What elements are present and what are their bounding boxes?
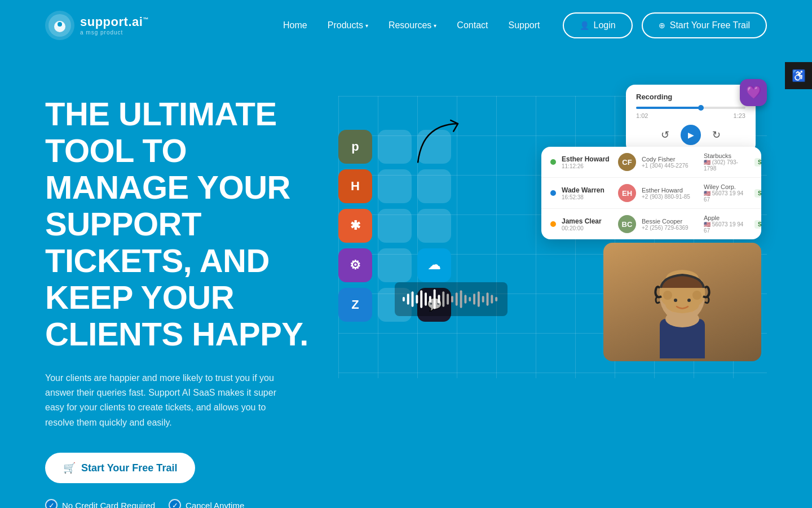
crm-tags-3: Sale Marketing +2 (754, 220, 761, 229)
check-icon-2: ✓ (169, 499, 181, 508)
crm-row-1: Esther Howard 11:12:26 CF Cody Fisher +1… (541, 147, 761, 178)
crm-company-phone-3: 🇺🇸 56073 19 94 67 (704, 221, 749, 234)
crm-row-3: James Clear 00:20:00 BC Bessie Cooper +2… (541, 209, 761, 239)
svg-rect-31 (487, 292, 489, 305)
crm-avatar-2: EH (618, 184, 636, 202)
svg-rect-32 (491, 295, 493, 304)
crm-avatar-3: BC (618, 215, 636, 233)
app-icon-star: ✱ (338, 209, 372, 243)
nav-actions: 👤 Login ⊕ Start Your Free Trail (563, 12, 767, 38)
indicator-orange (550, 221, 556, 227)
hero-cta-button[interactable]: 🛒 Start Your Free Trail (45, 453, 195, 483)
app-icon-empty-6 (417, 209, 451, 243)
navbar: support.ai™ a msg product Home Products▾… (0, 0, 812, 51)
crm-name-2: Wade Warren (562, 186, 612, 194)
app-icon-empty-7 (378, 248, 412, 282)
svg-point-10 (674, 299, 677, 302)
svg-rect-30 (482, 296, 484, 303)
svg-rect-16 (420, 290, 422, 308)
agent-svg (626, 246, 739, 358)
nav-home[interactable]: Home (283, 20, 307, 30)
svg-rect-27 (469, 297, 471, 301)
hero-left: THE ULTIMATE TOOL TO MANAGE YOUR SUPPORT… (45, 85, 338, 508)
crm-name-3: James Clear (562, 217, 612, 225)
crm-contact-3: Bessie Cooper (642, 218, 698, 225)
nav-free-trail-button[interactable]: ⊕ Start Your Free Trail (642, 12, 767, 38)
recording-card: Recording 1:02 1:23 ↺ ▶ ↻ (626, 85, 756, 153)
play-button[interactable]: ▶ (681, 125, 701, 145)
waveform-card (395, 282, 508, 316)
svg-point-3 (58, 22, 62, 27)
heart-badge: 💜 (740, 79, 767, 106)
nav-products[interactable]: Products▾ (328, 20, 368, 30)
crm-time-1: 11:12:26 (562, 163, 612, 169)
logo-name: support.ai™ (80, 15, 149, 29)
svg-rect-33 (495, 297, 497, 301)
app-icon-empty-5 (378, 209, 412, 243)
svg-rect-20 (438, 295, 440, 304)
nav-support[interactable]: Support (509, 20, 540, 30)
crm-contact-1: Cody Fisher (642, 156, 698, 163)
svg-point-9 (692, 291, 701, 300)
crm-company-2: Wiley Corp. (704, 183, 749, 190)
nav-links: Home Products▾ Resources▾ Contact Suppor… (283, 20, 540, 30)
svg-rect-15 (416, 295, 418, 304)
svg-rect-21 (442, 291, 444, 306)
crm-name-1: Esther Howard (562, 155, 612, 163)
nav-resources[interactable]: Resources▾ (389, 20, 436, 30)
svg-rect-13 (407, 294, 409, 305)
app-icon-p: p (338, 130, 372, 164)
check-icon-1: ✓ (45, 499, 58, 508)
skip-forward-button[interactable]: ↻ (712, 129, 721, 141)
tag-sale-2: Sale (754, 189, 761, 198)
crm-company-1: Starbucks (704, 152, 749, 159)
crm-time-3: 00:20:00 (562, 225, 612, 231)
crm-card: Esther Howard 11:12:26 CF Cody Fisher +1… (541, 147, 761, 239)
waveform-svg (401, 287, 501, 312)
svg-rect-25 (460, 290, 462, 308)
indicator-blue (550, 190, 556, 196)
hero-title: THE ULTIMATE TOOL TO MANAGE YOUR SUPPORT… (45, 96, 338, 353)
app-icon-empty-3 (378, 169, 412, 203)
crm-company-3: Apple (704, 214, 749, 221)
crm-row-2: Wade Warren 16:52:38 EH Esther Howard +2… (541, 178, 761, 209)
svg-rect-26 (464, 295, 466, 304)
tag-sale-3: Sale (754, 220, 761, 229)
hero-badges: ✓ No Credit Card Required ✓ Cancel Anyti… (45, 499, 338, 508)
logo[interactable]: support.ai™ a msg product (45, 11, 149, 40)
svg-rect-23 (451, 296, 453, 303)
svg-point-11 (687, 299, 691, 302)
app-icon-hubspot: H (338, 169, 372, 203)
crm-phone-3: +2 (256) 729-6369 (642, 225, 698, 231)
crm-avatar-1: CF (618, 153, 636, 171)
logo-tagline: a msg product (80, 29, 149, 36)
recording-fill (636, 107, 701, 109)
login-button[interactable]: 👤 Login (563, 12, 633, 38)
crm-time-2: 16:52:38 (562, 194, 612, 200)
badge-no-credit-card: ✓ No Credit Card Required (45, 499, 155, 508)
svg-rect-24 (456, 292, 458, 305)
badge-cancel-anytime: ✓ Cancel Anytime (169, 499, 244, 508)
svg-rect-12 (403, 297, 405, 301)
svg-rect-17 (425, 292, 427, 305)
crm-phone-1: +1 (304) 445-2276 (642, 163, 698, 169)
recording-controls[interactable]: ↺ ▶ ↻ (636, 125, 745, 145)
nav-contact[interactable]: Contact (457, 20, 488, 30)
hero-section: THE ULTIMATE TOOL TO MANAGE YOUR SUPPORT… (0, 51, 812, 508)
accessibility-button[interactable]: ♿ (785, 62, 812, 89)
svg-rect-28 (473, 294, 475, 305)
skip-back-button[interactable]: ↺ (661, 129, 669, 141)
svg-rect-19 (434, 289, 436, 309)
crm-phone-2: +2 (903) 880-91-85 (642, 194, 698, 200)
recording-times: 1:02 1:23 (636, 112, 745, 119)
app-icon-zendesk: Z (338, 288, 372, 322)
agent-photo (603, 243, 761, 361)
crm-tags-2: Sale Marketing +2 (754, 189, 761, 198)
crm-tags-1: Sale Marketing +2 (754, 158, 761, 167)
crm-company-phone-2: 🇺🇸 56073 19 94 67 (704, 190, 749, 203)
recording-progress (636, 107, 745, 109)
svg-rect-22 (447, 294, 449, 305)
tag-sale-1: Sale (754, 158, 761, 167)
svg-point-8 (663, 291, 672, 300)
app-icon-salesforce: ☁ (417, 248, 451, 282)
